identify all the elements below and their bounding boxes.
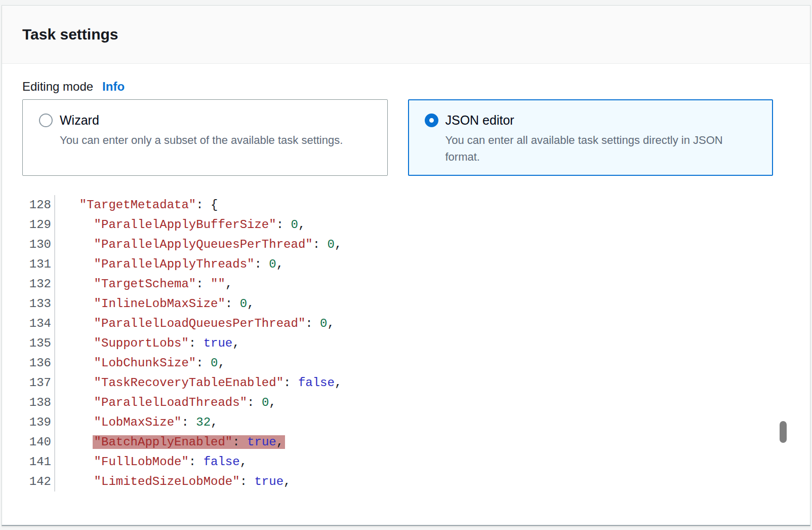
line-number: 137 (22, 373, 55, 393)
code-text: "TargetMetadata": { (55, 195, 218, 215)
code-line[interactable]: 137 "TaskRecoveryTableEnabled": false, (22, 373, 790, 393)
line-number: 139 (22, 412, 55, 432)
line-number: 135 (22, 333, 55, 353)
code-text: "ParallelLoadThreads": 0, (55, 393, 276, 412)
code-line[interactable]: 128 "TargetMetadata": { (22, 195, 790, 215)
code-text: "ParallelApplyBufferSize": 0, (55, 215, 305, 235)
code-line[interactable]: 136 "LobChunkSize": 0, (22, 353, 790, 373)
line-number: 134 (22, 314, 55, 333)
code-text: "TargetSchema": "", (55, 274, 232, 294)
line-number: 131 (22, 254, 55, 274)
task-settings-panel: Task settings Editing mode Info Wizard Y… (2, 5, 810, 526)
editing-mode-label: Editing mode (22, 80, 93, 94)
code-text: "ParallelLoadQueuesPerThread": 0, (55, 314, 335, 333)
radio-selected-icon[interactable] (425, 113, 438, 127)
highlighted-code: "BatchApplyEnabled": true, (94, 435, 283, 449)
code-text: "LobChunkSize": 0, (55, 353, 225, 373)
code-line[interactable]: 138 "ParallelLoadThreads": 0, (22, 393, 790, 412)
page-title: Task settings (22, 26, 118, 43)
info-link[interactable]: Info (102, 80, 125, 94)
tile-wizard[interactable]: Wizard You can enter only a subset of th… (22, 99, 388, 176)
code-text: "InlineLobMaxSize": 0, (55, 294, 254, 314)
line-number: 130 (22, 235, 55, 254)
code-line[interactable]: 140 "BatchApplyEnabled": true, (22, 432, 790, 452)
code-text: "FullLobMode": false, (55, 452, 247, 472)
line-number: 133 (22, 294, 55, 314)
code-text: "BatchApplyEnabled": true, (55, 432, 283, 452)
radio-unselected-icon[interactable] (39, 113, 53, 127)
editing-mode-tiles: Wizard You can enter only a subset of th… (22, 99, 773, 176)
editing-mode-row: Editing mode Info (22, 80, 790, 94)
tile-wizard-description: You can enter only a subset of the avail… (60, 132, 343, 148)
code-text: "LobMaxSize": 32, (55, 412, 218, 432)
code-text: "SupportLobs": true, (55, 333, 240, 353)
line-number: 140 (22, 432, 55, 452)
code-text: "LimitedSizeLobMode": true, (55, 472, 291, 491)
code-line[interactable]: 134 "ParallelLoadQueuesPerThread": 0, (22, 314, 790, 333)
code-line[interactable]: 139 "LobMaxSize": 32, (22, 412, 790, 432)
tile-json-editor-description: You can enter all available task setting… (445, 132, 761, 165)
tile-wizard-label: Wizard (60, 112, 343, 128)
code-line[interactable]: 133 "InlineLobMaxSize": 0, (22, 294, 790, 314)
line-number: 138 (22, 393, 55, 412)
editor-scrollbar-thumb[interactable] (780, 421, 787, 443)
code-line[interactable]: 141 "FullLobMode": false, (22, 452, 790, 472)
code-line[interactable]: 142 "LimitedSizeLobMode": true, (22, 472, 790, 491)
panel-header: Task settings (2, 6, 810, 64)
line-number: 128 (22, 195, 55, 215)
code-text: "ParallelApplyQueuesPerThread": 0, (55, 235, 342, 254)
json-code-editor[interactable]: 128 "TargetMetadata": {129 "ParallelAppl… (22, 195, 790, 491)
code-lines: 128 "TargetMetadata": {129 "ParallelAppl… (22, 195, 790, 491)
code-text: "TaskRecoveryTableEnabled": false, (55, 373, 342, 393)
code-line[interactable]: 131 "ParallelApplyThreads": 0, (22, 254, 790, 274)
code-line[interactable]: 130 "ParallelApplyQueuesPerThread": 0, (22, 235, 790, 254)
line-number: 142 (22, 472, 55, 491)
tile-json-editor[interactable]: JSON editor You can enter all available … (408, 99, 774, 176)
line-number: 132 (22, 274, 55, 294)
line-number: 129 (22, 215, 55, 235)
code-text: "ParallelApplyThreads": 0, (55, 254, 283, 274)
code-line[interactable]: 135 "SupportLobs": true, (22, 333, 790, 353)
tile-json-editor-label: JSON editor (445, 112, 761, 128)
code-line[interactable]: 132 "TargetSchema": "", (22, 274, 790, 294)
line-number: 136 (22, 353, 55, 373)
line-number: 141 (22, 452, 55, 472)
code-line[interactable]: 129 "ParallelApplyBufferSize": 0, (22, 215, 790, 235)
